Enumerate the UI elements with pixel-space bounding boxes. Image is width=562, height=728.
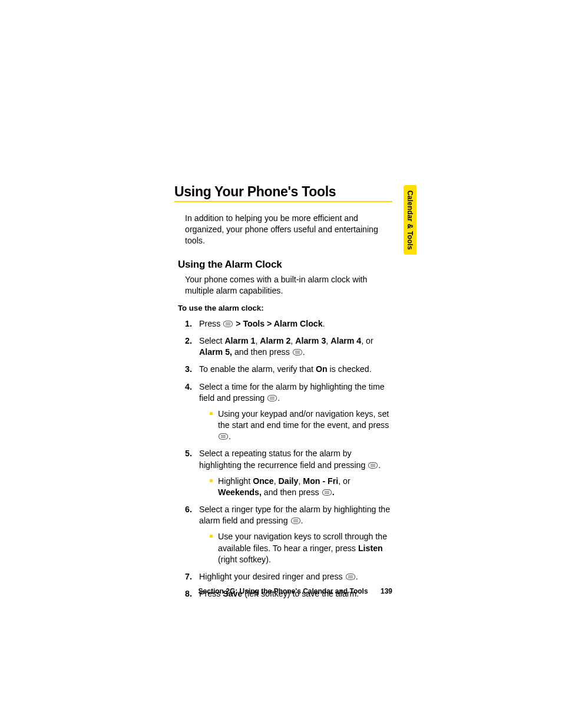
text-bold: Alarm 1 bbox=[224, 336, 255, 345]
text-bold: Weekends, bbox=[218, 487, 262, 497]
text: . bbox=[356, 572, 358, 581]
footer-page-number: 139 bbox=[381, 587, 392, 595]
text: and then press bbox=[232, 347, 292, 357]
text-bold: Mon - Fri bbox=[303, 476, 338, 486]
menu-icon bbox=[219, 433, 228, 440]
text: To enable the alarm, verify that bbox=[199, 364, 316, 374]
text: is checked. bbox=[328, 364, 372, 374]
text: (right softkey). bbox=[218, 555, 271, 564]
heading-main: Using Your Phone's Tools bbox=[174, 184, 392, 200]
text-bold: Alarm 3 bbox=[295, 336, 326, 345]
footer-section-label: Section 2G: Using the Phone's Calendar a… bbox=[199, 587, 368, 595]
step-3: To enable the alarm, verify that On is c… bbox=[185, 364, 391, 375]
text: Press bbox=[199, 319, 223, 328]
step-1: Press > Tools > Alarm Clock. bbox=[185, 318, 391, 330]
text: Select bbox=[199, 336, 224, 345]
section-tab-label: Calendar & Tools bbox=[406, 190, 414, 250]
text-bold: . bbox=[332, 487, 335, 497]
steps-list: Press > Tools > Alarm Clock. Select Alar… bbox=[185, 318, 391, 599]
text: . bbox=[378, 460, 381, 470]
menu-icon bbox=[346, 574, 355, 580]
step-4-sub: Using your keypad and/or navigation keys… bbox=[210, 409, 391, 443]
text: Using your keypad and/or navigation keys… bbox=[218, 409, 389, 430]
text: . bbox=[323, 319, 325, 328]
menu-icon bbox=[322, 489, 332, 496]
menu-icon bbox=[223, 321, 233, 327]
text-bold: Alarm 2 bbox=[260, 336, 290, 345]
text-bold: Alarm 5, bbox=[199, 347, 232, 357]
section-tab: Calendar & Tools bbox=[404, 185, 416, 255]
text: , bbox=[274, 476, 279, 486]
text: , or bbox=[361, 336, 373, 345]
procedure-lead: To use the alarm clock: bbox=[178, 304, 392, 312]
menu-icon bbox=[267, 395, 277, 401]
text-bold: Daily bbox=[279, 476, 299, 486]
step-5-sub: Highlight Once, Daily, Mon - Fri, or Wee… bbox=[210, 476, 391, 498]
body-paragraph: Your phone comes with a built-in alarm c… bbox=[185, 274, 391, 297]
text: and then press bbox=[262, 487, 322, 497]
text: Select a time for the alarm by highlight… bbox=[199, 382, 385, 403]
menu-icon bbox=[368, 462, 378, 469]
step-5: Select a repeating status for the alarm … bbox=[185, 448, 391, 498]
text: . bbox=[277, 393, 280, 403]
text-bold: On bbox=[316, 364, 328, 374]
menu-icon bbox=[293, 349, 302, 355]
text: . bbox=[229, 431, 231, 441]
text: Highlight bbox=[218, 476, 253, 486]
text-bold: Listen bbox=[358, 543, 383, 553]
page-content: Using Your Phone's Tools In addition to … bbox=[174, 184, 392, 605]
menu-icon bbox=[291, 518, 300, 524]
page-footer: Section 2G: Using the Phone's Calendar a… bbox=[174, 587, 392, 595]
heading-rule bbox=[174, 201, 392, 202]
step-7: Highlight your desired ringer and press … bbox=[185, 571, 391, 582]
step-2: Select Alarm 1, Alarm 2, Alarm 3, Alarm … bbox=[185, 335, 391, 358]
text-bold: Alarm 4 bbox=[330, 336, 361, 345]
step-4: Select a time for the alarm by highlight… bbox=[185, 381, 391, 443]
step-6: Select a ringer type for the alarm by hi… bbox=[185, 504, 391, 565]
text: . bbox=[301, 516, 303, 525]
text: , bbox=[326, 336, 330, 345]
text-bold: Once bbox=[253, 476, 273, 486]
text-bold: > Tools > Alarm Clock bbox=[233, 319, 322, 328]
text: Select a repeating status for the alarm … bbox=[199, 449, 368, 469]
step-6-sub: Use your navigation keys to scroll throu… bbox=[210, 531, 391, 565]
heading-sub: Using the Alarm Clock bbox=[178, 259, 392, 271]
text: . bbox=[303, 347, 305, 357]
text: Highlight your desired ringer and press bbox=[199, 572, 345, 581]
text: , or bbox=[338, 476, 351, 486]
intro-paragraph: In addition to helping you be more effic… bbox=[185, 213, 385, 247]
